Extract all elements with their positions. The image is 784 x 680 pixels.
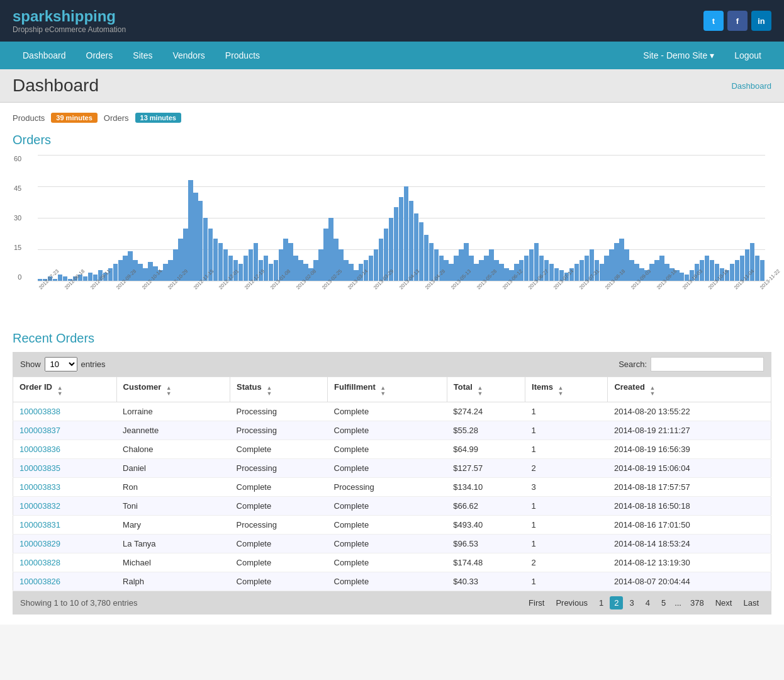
table-row: 100003835DanielProcessingComplete$127.57… (13, 459, 771, 478)
td-total: $55.28 (447, 421, 525, 440)
col-order-id[interactable]: Order ID ▲▼ (13, 377, 117, 402)
chart-bar-77 (424, 235, 428, 281)
chart-bar-51 (293, 256, 298, 281)
chart-bar-5 (63, 276, 67, 281)
y-label-45: 45 (14, 184, 21, 192)
twitter-icon[interactable]: t (703, 11, 724, 31)
linkedin-icon[interactable]: in (751, 11, 771, 31)
td-items: 1 (525, 516, 608, 535)
entries-label: entries (81, 360, 106, 369)
page-ellipsis: ... (672, 596, 684, 609)
td-total: $66.62 (447, 497, 525, 516)
chart-bar-117 (624, 249, 629, 281)
td-created: 2014-08-16 17:01:50 (608, 516, 771, 535)
page-1[interactable]: 1 (594, 596, 608, 609)
breadcrumb-link[interactable]: Dashboard (731, 81, 771, 91)
chart-bar-50 (288, 243, 293, 281)
order-id-link[interactable]: 100003826 (20, 577, 60, 586)
chart-bar-10 (88, 273, 92, 281)
page-5[interactable]: 5 (656, 596, 671, 609)
td-customer: Mary (116, 516, 230, 535)
page-4[interactable]: 4 (641, 596, 655, 609)
td-created: 2014-08-14 18:53:24 (608, 535, 771, 553)
chart-bar-108 (580, 260, 584, 281)
td-customer: Michael (116, 553, 230, 572)
td-created: 2014-08-18 16:50:18 (608, 497, 771, 516)
page-first[interactable]: First (524, 596, 549, 609)
nav-vendors[interactable]: Vendors (162, 42, 215, 69)
order-id-link[interactable]: 100003837 (20, 426, 60, 435)
order-id-link[interactable]: 100003831 (20, 520, 60, 530)
chart-bar-118 (629, 260, 634, 281)
logout-button[interactable]: Logout (724, 42, 771, 69)
nav-right: Site - Demo Site ▾ Logout (633, 42, 771, 69)
page-378[interactable]: 378 (685, 596, 709, 609)
order-id-link[interactable]: 100003838 (20, 407, 60, 416)
order-id-link[interactable]: 100003829 (20, 539, 60, 548)
order-id-link[interactable]: 100003828 (20, 558, 60, 567)
chart-bar-103 (554, 268, 559, 281)
page-3[interactable]: 3 (624, 596, 639, 609)
col-customer[interactable]: Customer ▲▼ (116, 377, 230, 402)
site-selector[interactable]: Site - Demo Site ▾ (633, 42, 724, 69)
chart-bar-9 (83, 276, 87, 281)
td-total: $274.24 (447, 402, 525, 421)
td-fulfillment: Complete (328, 459, 447, 478)
chart-bar-25 (163, 264, 167, 281)
td-total: $40.33 (447, 572, 525, 591)
col-status[interactable]: Status ▲▼ (230, 377, 328, 402)
chart-bar-97 (524, 256, 529, 281)
col-total[interactable]: Total ▲▼ (447, 377, 525, 402)
td-total: $134.10 (447, 478, 525, 497)
page-last[interactable]: Last (738, 596, 764, 609)
pagination: First Previous 1 2 3 4 5 ... 378 Next La… (524, 596, 764, 609)
col-fulfillment[interactable]: Fulfillment ▲▼ (328, 377, 447, 402)
table-row: 100003837JeannetteProcessingComplete$55.… (13, 421, 771, 440)
td-customer: Daniel (116, 459, 230, 478)
td-status: Complete (230, 535, 328, 553)
chart-bar-88 (479, 260, 483, 281)
y-label-60: 60 (14, 155, 21, 162)
order-id-link[interactable]: 100003836 (20, 445, 60, 454)
td-customer: Ralph (116, 572, 230, 591)
page-previous[interactable]: Previous (551, 596, 593, 609)
td-items: 1 (525, 572, 608, 591)
chart-bar-46 (269, 264, 273, 281)
nav-dashboard[interactable]: Dashboard (13, 42, 76, 69)
td-items: 2 (525, 459, 608, 478)
td-order-id: 100003837 (13, 421, 117, 440)
facebook-icon[interactable]: f (727, 11, 748, 31)
search-area: Search: (619, 357, 764, 371)
search-input[interactable] (651, 357, 764, 371)
chart-bar-71 (394, 207, 398, 281)
order-id-link[interactable]: 100003833 (20, 482, 60, 492)
order-id-link[interactable]: 100003835 (20, 463, 60, 473)
entries-select[interactable]: 10 25 50 100 (45, 357, 77, 371)
orders-chart: 60 45 30 15 0 2012-07-232012-08-182012-0… (13, 155, 771, 319)
nav-products[interactable]: Products (215, 42, 270, 69)
td-items: 1 (525, 402, 608, 421)
order-id-link[interactable]: 100003832 (20, 501, 60, 511)
col-created[interactable]: Created ▲▼ (608, 377, 771, 402)
page-2[interactable]: 2 (610, 596, 623, 609)
chart-bar-128 (680, 273, 684, 281)
td-total: $493.40 (447, 516, 525, 535)
social-icons: t f in (703, 11, 771, 31)
td-order-id: 100003826 (13, 572, 117, 591)
chart-bar-124 (659, 256, 664, 281)
page-next[interactable]: Next (710, 596, 737, 609)
nav-sites[interactable]: Sites (123, 42, 162, 69)
table-row: 100003831MaryProcessingComplete$493.4012… (13, 516, 771, 535)
nav-orders[interactable]: Orders (76, 42, 123, 69)
chart-bar-57 (323, 229, 328, 281)
chart-bar-52 (298, 260, 303, 281)
chart-bar-61 (344, 260, 348, 281)
chart-bar-4 (58, 275, 62, 281)
show-label: Show (20, 360, 41, 369)
col-items[interactable]: Items ▲▼ (525, 377, 608, 402)
main-nav: Dashboard Orders Sites Vendors Products … (0, 42, 784, 69)
chart-bar-58 (328, 218, 333, 281)
chart-bar-92 (499, 264, 503, 281)
td-fulfillment: Complete (328, 421, 447, 440)
products-sync-badge: 39 minutes (51, 113, 97, 123)
